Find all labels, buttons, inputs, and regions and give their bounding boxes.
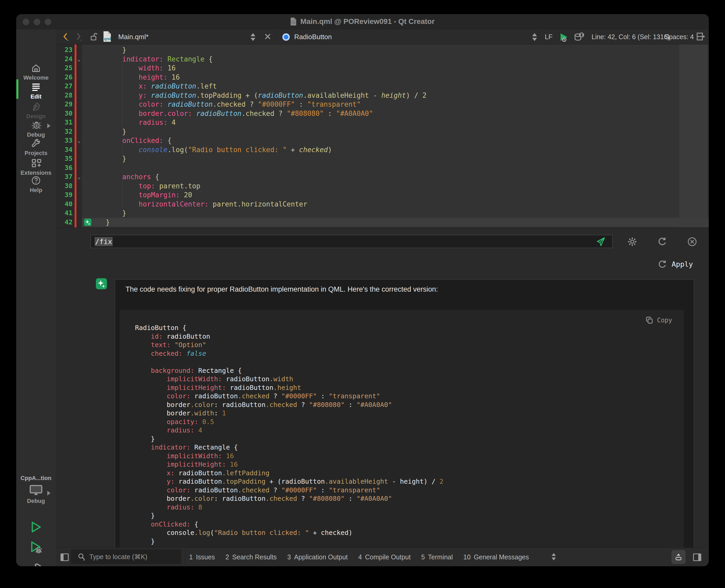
ai-code-line: implicitHeight: radioButton.height bbox=[135, 384, 443, 392]
output-pane-issues[interactable]: 1Issues bbox=[189, 553, 215, 561]
output-pane-search-results[interactable]: 2Search Results bbox=[226, 553, 277, 561]
code-line-32[interactable]: 32 } bbox=[56, 127, 709, 136]
code-line-33[interactable]: 33⌄ onClicked: { bbox=[56, 136, 709, 145]
code-line-39[interactable]: 39 topMargin: 20 bbox=[56, 190, 709, 200]
ai-code-line: opacity: 0.5 bbox=[135, 418, 443, 426]
code-text: onClicked: { bbox=[89, 136, 172, 145]
code-line-35[interactable]: 35 } bbox=[56, 154, 709, 163]
code-model-icon[interactable] bbox=[574, 32, 584, 42]
line-number: 31 bbox=[56, 118, 72, 127]
ai-code-line: } bbox=[135, 537, 443, 546]
minimize-window-button[interactable] bbox=[34, 19, 40, 25]
prompt-text: /fix bbox=[94, 237, 113, 246]
run-button[interactable] bbox=[16, 521, 56, 534]
toggle-left-sidebar-icon[interactable] bbox=[60, 552, 70, 563]
code-line-28[interactable]: 28 y: radioButton.topPadding + (radioBut… bbox=[56, 91, 709, 100]
close-window-button[interactable] bbox=[23, 19, 29, 25]
ai-code-line: text: "Option" bbox=[135, 341, 443, 350]
settings-gear-icon[interactable] bbox=[627, 237, 637, 247]
close-document-icon[interactable] bbox=[264, 33, 272, 40]
code-text: top: parent.top bbox=[89, 182, 200, 191]
sidebar-item-label: Welcome bbox=[16, 75, 56, 81]
qml-preview-icon[interactable] bbox=[559, 32, 569, 42]
code-line-25[interactable]: 25 width: 16 bbox=[56, 64, 709, 73]
sidebar-item-label: Projects bbox=[16, 150, 56, 156]
code-line-41[interactable]: 41 } bbox=[56, 209, 709, 218]
output-pane-terminal[interactable]: 5Terminal bbox=[421, 553, 453, 561]
code-line-36[interactable]: 36 bbox=[56, 163, 709, 173]
sidebar-item-welcome[interactable]: Welcome bbox=[16, 63, 56, 81]
search-icon bbox=[78, 553, 86, 561]
ai-code-line: implicitHeight: 16 bbox=[135, 460, 443, 469]
indentation-indicator[interactable]: Spaces: 4 bbox=[665, 33, 694, 41]
pane-number: 10 bbox=[463, 553, 471, 561]
debug-expand-arrow-icon[interactable] bbox=[47, 124, 50, 128]
collapse-bottom-panel-button[interactable] bbox=[671, 550, 686, 564]
fold-chevron-icon[interactable]: ⌄ bbox=[77, 136, 81, 145]
navigate-back-icon[interactable] bbox=[62, 32, 69, 41]
fold-chevron-icon[interactable]: ⌄ bbox=[77, 172, 81, 182]
ai-code-block: Copy RadioButton { id: radioButton text:… bbox=[120, 310, 684, 548]
ai-code-line: indicator: Rectangle { bbox=[135, 443, 443, 452]
output-panes-sort-icon[interactable] bbox=[551, 553, 561, 563]
extensions-icon bbox=[31, 159, 41, 168]
cursor-position-indicator[interactable]: Line: 42, Col: 6 (Sel: 1316) bbox=[592, 33, 669, 41]
ai-message-text: The code needs fixing for proper RadioBu… bbox=[126, 285, 438, 293]
send-icon[interactable] bbox=[596, 237, 606, 247]
kit-expand-arrow-icon[interactable] bbox=[47, 491, 50, 496]
open-file-tab[interactable]: Main.qml* bbox=[118, 33, 149, 41]
symbol-selector[interactable]: RadioButton bbox=[294, 33, 332, 41]
code-line-38[interactable]: 38 top: parent.top bbox=[56, 182, 709, 191]
sidebar-item-debug[interactable]: Debug bbox=[16, 120, 56, 138]
code-line-42[interactable]: 42 } bbox=[56, 218, 709, 227]
output-pane-compile-output[interactable]: 4Compile Output bbox=[358, 553, 411, 561]
line-ending-indicator[interactable]: LF bbox=[545, 33, 552, 41]
code-text: border.color: radioButton.checked ? "#80… bbox=[89, 109, 373, 118]
help-icon bbox=[31, 176, 41, 185]
document-switcher-icon[interactable] bbox=[250, 33, 256, 41]
editor-sort-icon[interactable] bbox=[532, 33, 537, 41]
code-line-23[interactable]: 23 } bbox=[56, 45, 709, 55]
code-text: anchors { bbox=[89, 172, 159, 182]
output-pane-application-output[interactable]: 3Application Output bbox=[287, 553, 348, 561]
sidebar-item-projects[interactable]: Projects bbox=[16, 139, 56, 156]
locator-input[interactable]: Type to locate (⌘K) bbox=[71, 549, 181, 564]
code-line-31[interactable]: 31 radius: 4 bbox=[56, 118, 709, 127]
sidebar-item-edit[interactable]: Edit bbox=[16, 82, 56, 100]
build-button[interactable] bbox=[16, 562, 56, 566]
file-lock-icon[interactable] bbox=[90, 33, 98, 41]
code-line-34[interactable]: 34 console.log("Radio button clicked: " … bbox=[56, 145, 709, 154]
qt-creator-window: Main.qml @ POReview091 - Qt Creator Welc… bbox=[16, 14, 709, 566]
copy-button[interactable]: Copy bbox=[645, 316, 672, 324]
close-panel-icon[interactable] bbox=[687, 237, 697, 247]
reload-icon[interactable] bbox=[657, 237, 667, 247]
code-line-29[interactable]: 29 color: radioButton.checked ? "#0000FF… bbox=[56, 100, 709, 109]
line-number: 30 bbox=[56, 109, 72, 118]
kit-name: CppA...tion bbox=[16, 475, 56, 482]
sidebar-item-help[interactable]: Help bbox=[16, 176, 56, 194]
code-editor[interactable]: 23 }24⌄ indicator: Rectangle {25 width: … bbox=[56, 44, 709, 228]
apply-button[interactable]: Apply bbox=[658, 259, 693, 269]
code-line-40[interactable]: 40 horizontalCenter: parent.horizontalCe… bbox=[56, 200, 709, 209]
code-line-30[interactable]: 30 border.color: radioButton.checked ? "… bbox=[56, 109, 709, 118]
split-editor-icon[interactable] bbox=[697, 33, 706, 40]
debug-run-button[interactable] bbox=[16, 541, 56, 555]
code-text: x: radioButton.left bbox=[89, 82, 217, 91]
line-number: 29 bbox=[56, 100, 72, 109]
code-line-27[interactable]: 27 x: radioButton.left bbox=[56, 82, 709, 91]
ai-code-line: } bbox=[135, 511, 443, 520]
toggle-right-sidebar-icon[interactable] bbox=[692, 552, 702, 563]
code-text: } bbox=[89, 218, 110, 227]
sidebar-item-extensions[interactable]: Extensions bbox=[16, 159, 56, 176]
fold-chevron-icon[interactable]: ⌄ bbox=[77, 55, 81, 64]
hammer-icon bbox=[29, 562, 43, 566]
code-line-24[interactable]: 24⌄ indicator: Rectangle { bbox=[56, 55, 709, 64]
code-line-26[interactable]: 26 height: 16 bbox=[56, 73, 709, 82]
navigate-forward-icon[interactable] bbox=[75, 32, 82, 41]
sidebar-item-label: Edit bbox=[16, 93, 56, 100]
pane-label: Compile Output bbox=[365, 553, 411, 561]
output-pane-general-messages[interactable]: 10General Messages bbox=[463, 553, 529, 561]
ai-prompt-input[interactable]: /fix bbox=[91, 235, 613, 248]
zoom-window-button[interactable] bbox=[45, 19, 51, 25]
code-line-37[interactable]: 37⌄ anchors { bbox=[56, 172, 709, 182]
